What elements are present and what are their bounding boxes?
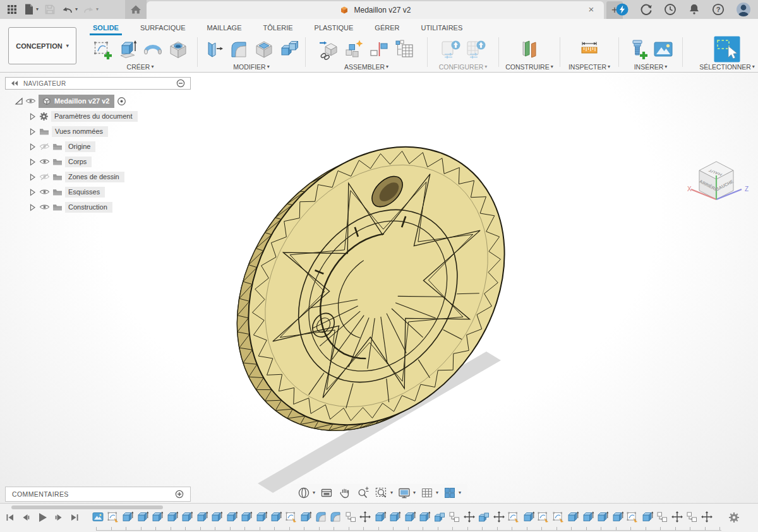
document-tab[interactable]: Medaillon v27 v2 ×	[147, 1, 604, 19]
extrude-feature[interactable]	[596, 511, 609, 523]
expander-icon[interactable]	[28, 172, 37, 182]
copy-feature[interactable]	[656, 511, 668, 523]
notifications-button[interactable]	[686, 0, 702, 19]
help-button[interactable]: ?	[710, 0, 726, 19]
extrude-feature[interactable]	[121, 511, 134, 523]
group-dropdown-assembler[interactable]: ASSEMBLER▾	[344, 63, 388, 71]
extrude-feature[interactable]	[388, 511, 401, 523]
move-feature[interactable]	[359, 511, 371, 523]
move-feature[interactable]	[701, 511, 713, 523]
extrude-feature[interactable]	[611, 511, 624, 523]
measure-icon[interactable]	[579, 38, 600, 60]
extrude-feature[interactable]	[418, 511, 431, 523]
navigator-row-origine[interactable]: Origine	[5, 139, 201, 154]
press-pull-icon[interactable]	[203, 38, 224, 60]
fillet-feature[interactable]	[315, 511, 327, 523]
chevron-down-icon[interactable]: ▾	[96, 7, 99, 12]
look-at-button[interactable]	[320, 486, 334, 500]
group-dropdown-modifier[interactable]: MODIFIER▾	[233, 63, 269, 71]
tree-node[interactable]: Origine	[65, 141, 95, 152]
avatar-button[interactable]	[734, 0, 753, 19]
extrude-feature[interactable]	[240, 511, 253, 523]
timeline-settings-gear-icon[interactable]	[728, 511, 740, 524]
navigator-row-corps[interactable]: Corps	[5, 154, 201, 169]
tab-maillage[interactable]: MAILLAGE	[205, 23, 243, 33]
visibility-off-icon[interactable]	[39, 172, 50, 181]
zoom-button[interactable]	[356, 486, 370, 500]
tab-tolerie[interactable]: TÔLERIE	[262, 23, 295, 33]
undo-button[interactable]: ▾	[60, 0, 79, 19]
navigator-row-parametres-du-document[interactable]: Paramètres du document	[5, 109, 201, 124]
extrude-feature[interactable]	[567, 511, 579, 523]
expander-icon[interactable]	[28, 187, 37, 197]
expander-icon[interactable]	[28, 203, 37, 212]
configuration-icon[interactable]	[440, 38, 461, 60]
visibility-on-icon[interactable]	[39, 157, 50, 166]
go-to-end-button[interactable]	[69, 512, 80, 523]
extrude-feature[interactable]	[151, 511, 164, 523]
extrude-feature[interactable]	[166, 511, 179, 523]
extrude-feature[interactable]	[404, 511, 416, 523]
extrude-feature[interactable]	[270, 511, 282, 523]
extrude-feature[interactable]	[582, 511, 594, 523]
expander-icon[interactable]	[28, 142, 37, 151]
new-component-icon[interactable]	[343, 38, 364, 60]
sketch-feature[interactable]	[552, 511, 565, 523]
insert-canvas-icon[interactable]	[653, 38, 674, 60]
sketch-feature[interactable]	[626, 511, 639, 523]
visibility-off-icon[interactable]	[39, 142, 50, 151]
insert-fastener-icon[interactable]	[627, 38, 649, 60]
sketch-feature[interactable]	[285, 511, 298, 523]
insert-derive-icon[interactable]	[318, 38, 339, 60]
close-tab-icon[interactable]: ×	[585, 3, 598, 16]
chevron-down-icon[interactable]: ▾	[413, 490, 416, 495]
navigator-row-vues-nommees[interactable]: Vues nommées	[5, 124, 201, 139]
shell-icon[interactable]	[253, 38, 275, 60]
tree-node[interactable]: Paramètres du document	[51, 111, 138, 122]
expander-icon[interactable]	[28, 157, 37, 167]
extrude-feature[interactable]	[374, 511, 387, 523]
bom-table-icon[interactable]	[394, 38, 415, 60]
copy-feature[interactable]	[344, 511, 357, 523]
expander-icon[interactable]	[14, 97, 23, 105]
step-back-button[interactable]	[21, 512, 31, 523]
home-button[interactable]	[125, 0, 147, 19]
group-dropdown-configurer[interactable]: CONFIGURER▾	[439, 63, 488, 71]
tree-node[interactable]: Corps	[65, 157, 92, 167]
extrude-feature[interactable]	[181, 511, 193, 523]
timeline-ruler[interactable]	[96, 527, 721, 531]
tree-node[interactable]: Construction	[65, 202, 112, 213]
visibility-on-icon[interactable]	[25, 97, 36, 105]
expander-icon[interactable]	[28, 127, 37, 136]
activate-component-icon[interactable]	[117, 97, 126, 106]
create-sketch-icon[interactable]	[92, 38, 113, 60]
go-to-start-button[interactable]	[5, 512, 15, 523]
viewports-button[interactable]: ▾	[443, 486, 461, 500]
sketch-feature[interactable]	[537, 511, 550, 523]
navigator-row-construction[interactable]: Construction	[5, 199, 201, 215]
workspace-selector[interactable]: CONCEPTION ▾	[8, 27, 76, 64]
visibility-on-icon[interactable]	[39, 187, 50, 196]
comments-bar[interactable]: COMMENTAIRES	[5, 487, 191, 502]
tab-plastique[interactable]: PLASTIQUE	[313, 23, 356, 33]
extrude-feature[interactable]	[226, 511, 238, 523]
tab-surfacique[interactable]: SURFACIQUE	[138, 23, 188, 33]
group-dropdown-selectionner[interactable]: SÉLECTIONNER▾	[699, 63, 755, 71]
app-grid-button[interactable]	[4, 0, 20, 19]
tab-utilitaires[interactable]: UTILITAIRES	[419, 23, 464, 33]
copy-feature[interactable]	[685, 511, 698, 523]
chevron-down-icon[interactable]: ▾	[390, 490, 393, 495]
chevron-down-icon[interactable]: ▾	[313, 490, 315, 495]
copy-feature[interactable]	[448, 511, 460, 523]
move-feature[interactable]	[463, 511, 476, 523]
tree-node[interactable]: Vues nommées	[52, 126, 108, 137]
fillet-feature[interactable]	[329, 511, 342, 523]
extrude-feature[interactable]	[522, 511, 535, 523]
configuration-table-icon[interactable]	[465, 38, 486, 60]
extrude-feature[interactable]	[136, 511, 149, 523]
group-dropdown-construire[interactable]: CONSTRUIRE▾	[505, 63, 553, 71]
navigator-row-zones-de-dessin[interactable]: Zones de dessin	[5, 169, 201, 184]
job-status-button[interactable]	[638, 0, 654, 19]
play-button[interactable]	[37, 512, 48, 523]
grid-display-button[interactable]: ▾	[420, 486, 438, 500]
